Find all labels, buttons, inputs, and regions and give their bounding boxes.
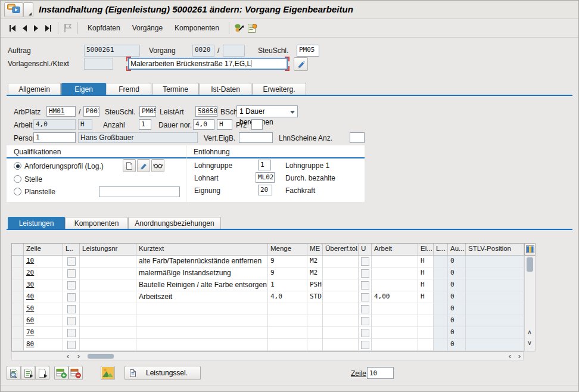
column-header-menge[interactable]: Menge (268, 244, 307, 256)
vorgang-field[interactable]: 0020 (192, 45, 214, 57)
column-header-l_chk[interactable]: L.. (63, 244, 80, 256)
cell-kurztext[interactable]: Arbeitszeit (136, 291, 268, 303)
arbplatz-field[interactable]: HM01 (46, 106, 76, 117)
lhnscheine-field[interactable] (350, 132, 365, 143)
cell-menge[interactable]: 9 (268, 267, 307, 279)
detail-view-button[interactable] (7, 366, 21, 380)
eignung-field[interactable]: 20 (258, 185, 272, 195)
cell-leistungsnr[interactable] (80, 339, 136, 351)
planstelle-field[interactable] (99, 186, 180, 197)
cell-leistungsnr[interactable] (80, 279, 136, 291)
cell-me[interactable]: STD (307, 291, 323, 303)
eigen-steuschl-field[interactable]: PM05 (139, 106, 156, 117)
cell-leistungsnr[interactable] (80, 291, 136, 303)
row-checkbox[interactable] (67, 329, 76, 337)
new-entries-button[interactable] (35, 366, 49, 380)
dauer-unit-field[interactable]: H (217, 119, 232, 130)
cell-arbeit[interactable] (372, 267, 418, 279)
planstelle-radio[interactable] (14, 188, 21, 195)
tab-erweiterg[interactable]: Erweiterg. (252, 83, 306, 95)
arbeit-field[interactable]: 4,0 (33, 119, 76, 130)
prz-field[interactable] (251, 119, 263, 130)
cell-menge[interactable]: 9 (268, 256, 307, 267)
cell-uebererf[interactable] (323, 303, 359, 315)
scroll-down-button[interactable]: ∨ (525, 338, 534, 347)
column-header-ei[interactable]: Ei... (418, 244, 434, 256)
edit-longtext-button[interactable] (294, 57, 308, 71)
cell-arbeit[interactable] (372, 279, 418, 291)
cell-me[interactable]: M2 (307, 256, 323, 267)
cell-ei[interactable]: H (418, 267, 434, 279)
cell-me[interactable] (307, 339, 323, 351)
row-checkbox[interactable] (361, 293, 369, 301)
system-menu-dropdown[interactable] (23, 2, 33, 17)
cell-kurztext[interactable] (136, 303, 268, 315)
column-header-l2[interactable]: L... (434, 244, 448, 256)
cell-arbeit[interactable]: 4,00 (372, 291, 418, 303)
cell-zeile[interactable]: 10 (24, 256, 63, 267)
cell-zeile[interactable]: 70 (24, 327, 63, 339)
cell-uebererf[interactable] (323, 291, 359, 303)
display-profile-button[interactable] (151, 159, 164, 172)
stelle-radio[interactable] (14, 175, 21, 183)
komponenten-button[interactable]: Komponenten (169, 20, 225, 36)
row-checkbox[interactable] (67, 317, 76, 325)
column-header-me[interactable]: ME (307, 244, 323, 256)
row-checkbox[interactable] (67, 281, 76, 290)
cell-me[interactable] (307, 327, 323, 339)
scroll-right-button-2[interactable]: › (515, 352, 524, 360)
column-header-u_chk[interactable]: U (359, 244, 372, 256)
column-header-leistungsnr[interactable]: Leistungsnr (80, 244, 136, 256)
row-checkbox[interactable] (67, 269, 76, 278)
column-header-arbeit[interactable]: Arbeit (372, 244, 418, 256)
edit-profile-button[interactable] (137, 159, 150, 172)
scroll-left-button-2[interactable]: ‹ (505, 352, 515, 360)
cell-ei[interactable] (418, 315, 434, 327)
row-select-cell[interactable] (12, 279, 24, 291)
cell-kurztext[interactable] (136, 315, 268, 327)
kopfdaten-button[interactable]: Kopfdaten (82, 20, 126, 36)
row-select-cell[interactable] (12, 291, 24, 303)
auftrag-field[interactable]: 5000261 (84, 45, 140, 57)
cell-kurztext[interactable]: Bautelle Reinigen / alte Farbe entsorgen (136, 279, 268, 291)
row-select-cell[interactable] (12, 303, 24, 315)
row-checkbox[interactable] (361, 269, 369, 278)
create-profile-button[interactable] (123, 159, 136, 172)
cell-ei[interactable]: H (418, 256, 434, 267)
cell-ei[interactable] (418, 339, 434, 351)
row-select-cell[interactable] (12, 339, 24, 351)
arbeit-unit-field[interactable]: H (78, 119, 92, 130)
nav-first-button[interactable] (7, 21, 18, 35)
cell-menge[interactable]: 4,0 (268, 291, 307, 303)
cell-arbeit[interactable] (372, 315, 418, 327)
cell-arbeit[interactable] (372, 256, 418, 267)
nav-next-button[interactable] (30, 21, 42, 35)
row-checkbox[interactable] (361, 317, 369, 325)
column-header-zeile[interactable]: Zeile (24, 244, 63, 256)
lohngruppe-field[interactable]: 1 (258, 160, 271, 170)
cell-uebererf[interactable] (323, 279, 359, 291)
cell-leistungsnr[interactable] (80, 267, 136, 279)
arbplatz2-field[interactable]: P001 (83, 106, 99, 117)
cell-leistungsnr[interactable] (80, 327, 136, 339)
ktext-field[interactable]: Malerarbeiten Brückenstraße 17,EG,L (128, 58, 288, 70)
tab-ist-daten[interactable]: Ist-Daten (200, 83, 251, 95)
zeile-input[interactable] (367, 367, 394, 379)
cell-me[interactable]: PSH (307, 279, 323, 291)
row-select-cell[interactable] (12, 315, 24, 327)
row-checkbox[interactable] (361, 329, 369, 337)
tab-eigen[interactable]: Eigen (61, 83, 106, 95)
cell-ei[interactable] (418, 327, 434, 339)
tab-anordnungsbeziehungen[interactable]: Anordnungsbeziehungen (128, 217, 221, 229)
row-checkbox[interactable] (361, 305, 369, 313)
insert-row-button[interactable] (54, 366, 69, 380)
column-header-au[interactable]: Au... (448, 244, 466, 256)
column-header-uebererf[interactable]: Übererf.tol. (323, 244, 359, 256)
anforderungsprofil-radio[interactable] (14, 162, 21, 170)
cell-ei[interactable] (418, 303, 434, 315)
row-checkbox[interactable] (67, 305, 76, 313)
verteigb-field[interactable] (239, 132, 273, 143)
vorgaenge-button[interactable]: Vorgänge (126, 20, 169, 36)
cell-kurztext[interactable] (136, 327, 268, 339)
cell-arbeit[interactable] (372, 327, 418, 339)
